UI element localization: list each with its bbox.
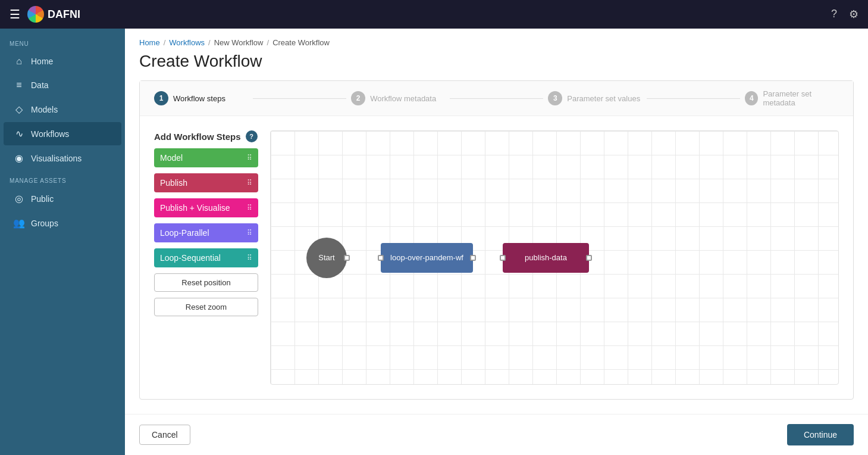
reset-position-button[interactable]: Reset position	[154, 273, 258, 292]
menu-label: MENU	[0, 33, 125, 49]
workflow-canvas[interactable]: Start loop-over-pandem-wf publish-data	[270, 130, 839, 385]
publish-port-left[interactable]	[500, 255, 506, 261]
sidebar-item-public[interactable]: ◎ Public	[4, 187, 121, 210]
step-1-label: Workflow steps	[173, 94, 225, 103]
start-port-right[interactable]	[344, 255, 350, 261]
step-2-label: Workflow metadata	[370, 94, 436, 103]
bottom-bar: Cancel Continue	[125, 414, 868, 455]
start-node[interactable]: Start	[306, 238, 347, 278]
step-4: 4 Parameter set metadata	[745, 89, 839, 107]
step-2: 2 Workflow metadata	[351, 91, 445, 105]
drag-icon: ⠿	[247, 154, 252, 162]
step-4-num: 4	[745, 91, 758, 105]
step-3-num: 3	[548, 91, 562, 105]
home-icon: ⌂	[13, 56, 25, 67]
breadcrumb-new-workflow: New Workflow	[214, 38, 264, 47]
topbar: ☰ DAFNI ? ⚙	[0, 0, 868, 29]
drag-icon: ⠿	[247, 229, 252, 237]
step-3-label: Parameter set values	[567, 94, 640, 103]
help-icon-btn[interactable]: ?	[246, 130, 258, 142]
visualisations-icon: ◉	[13, 152, 25, 164]
data-icon: ≡	[13, 80, 25, 91]
publish-step-button[interactable]: Publish ⠿	[154, 173, 258, 192]
public-icon: ◎	[13, 193, 25, 204]
app-name: DAFNI	[48, 8, 80, 21]
step-1-num: 1	[154, 91, 168, 105]
drag-icon: ⠿	[247, 254, 252, 262]
step-4-label: Parameter set metadata	[763, 89, 839, 107]
manage-assets-label: MANAGE ASSETS	[0, 170, 125, 186]
step-1: 1 Workflow steps	[154, 91, 248, 105]
publish-node[interactable]: publish-data	[503, 243, 589, 273]
breadcrumb-workflows[interactable]: Workflows	[169, 38, 205, 47]
step-3: 3 Parameter set values	[548, 91, 642, 105]
loop-port-right[interactable]	[470, 255, 476, 261]
step-connector-3	[647, 98, 741, 99]
logo-circle-icon	[27, 6, 44, 23]
main-layout: MENU ⌂ Home ≡ Data ◇ Models ∿ Workflows …	[0, 29, 868, 455]
loop-port-left[interactable]	[378, 255, 384, 261]
step-2-num: 2	[351, 91, 365, 105]
help-icon[interactable]: ?	[831, 8, 837, 21]
sidebar-item-workflows[interactable]: ∿ Workflows	[4, 122, 121, 145]
sidebar-item-home[interactable]: ⌂ Home	[4, 50, 121, 73]
breadcrumb-create-workflow: Create Workflow	[272, 38, 330, 47]
continue-button[interactable]: Continue	[787, 424, 854, 445]
wizard-body: Add Workflow Steps ? Model ⠿ Publish ⠿ P…	[140, 116, 853, 399]
loop-sequential-step-button[interactable]: Loop-Sequential ⠿	[154, 248, 258, 267]
models-icon: ◇	[13, 104, 25, 115]
sidebar-item-label: Visualisations	[31, 154, 82, 163]
step-connector-1	[253, 98, 347, 99]
sidebar-item-label: Groups	[31, 219, 58, 228]
breadcrumb-home[interactable]: Home	[139, 38, 160, 47]
breadcrumb: Home / Workflows / New Workflow / Create…	[125, 29, 868, 47]
sidebar-item-visualisations[interactable]: ◉ Visualisations	[4, 147, 121, 170]
hamburger-icon[interactable]: ☰	[10, 7, 20, 21]
page-title: Create Workflow	[125, 47, 868, 80]
steps-header: 1 Workflow steps 2 Workflow metadata 3 P…	[140, 81, 853, 116]
topbar-right: ? ⚙	[831, 8, 858, 21]
sidebar-item-label: Models	[31, 105, 58, 114]
breadcrumb-sep-3: /	[267, 38, 270, 47]
loop-node[interactable]: loop-over-pandem-wf	[381, 243, 473, 273]
sidebar-item-label: Home	[31, 57, 53, 66]
model-step-button[interactable]: Model ⠿	[154, 148, 258, 167]
topbar-left: ☰ DAFNI	[10, 6, 80, 23]
publish-port-right[interactable]	[586, 255, 592, 261]
sidebar-item-label: Public	[31, 194, 54, 204]
breadcrumb-sep-2: /	[208, 38, 211, 47]
sidebar: MENU ⌂ Home ≡ Data ◇ Models ∿ Workflows …	[0, 29, 125, 455]
sidebar-item-label: Workflows	[31, 129, 69, 139]
publish-vis-step-button[interactable]: Publish + Visualise ⠿	[154, 198, 258, 217]
drag-icon: ⠿	[247, 179, 252, 187]
sidebar-item-groups[interactable]: 👥 Groups	[4, 211, 121, 235]
reset-zoom-button[interactable]: Reset zoom	[154, 298, 258, 316]
workflows-icon: ∿	[13, 128, 25, 139]
drag-icon: ⠿	[247, 204, 252, 212]
logo: DAFNI	[27, 6, 80, 23]
sidebar-item-label: Data	[31, 80, 49, 90]
groups-icon: 👥	[13, 217, 25, 229]
add-steps-title: Add Workflow Steps ?	[154, 130, 258, 142]
settings-icon[interactable]: ⚙	[849, 8, 858, 21]
cancel-button[interactable]: Cancel	[139, 425, 190, 445]
step-connector-2	[450, 98, 544, 99]
breadcrumb-sep-1: /	[164, 38, 166, 47]
left-panel: Add Workflow Steps ? Model ⠿ Publish ⠿ P…	[154, 130, 258, 385]
wizard-container: 1 Workflow steps 2 Workflow metadata 3 P…	[139, 80, 854, 400]
loop-parallel-step-button[interactable]: Loop-Parallel ⠿	[154, 223, 258, 242]
sidebar-item-data[interactable]: ≡ Data	[4, 74, 121, 96]
sidebar-item-models[interactable]: ◇ Models	[4, 98, 121, 121]
content: Home / Workflows / New Workflow / Create…	[125, 29, 868, 455]
